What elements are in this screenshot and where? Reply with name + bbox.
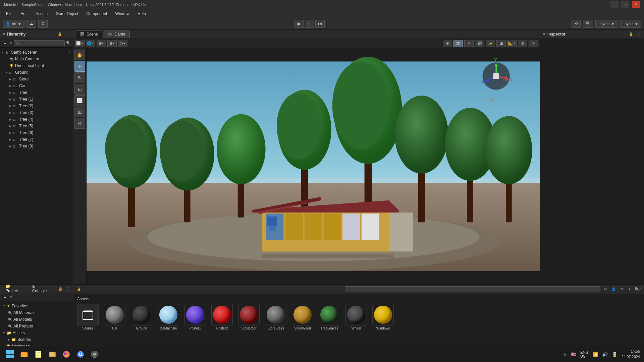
assets-lock-button[interactable]: 🔒 [76, 286, 82, 292]
project-assets-header[interactable]: ▼ 📁 Assets [0, 329, 73, 336]
menu-help[interactable]: Help [134, 11, 149, 17]
hierarchy-item-tree4[interactable]: ▶ □ Tree (4) [0, 116, 73, 123]
project-favorites-header[interactable]: ▼ ★ Favorites [0, 303, 73, 309]
asset-wheel[interactable]: Wheel [344, 304, 368, 330]
asset-car[interactable]: Car [103, 304, 127, 330]
undo-history-button[interactable]: ⟲ [572, 20, 581, 28]
vp-tool-transform[interactable]: ⊞ [74, 107, 85, 117]
asset-poster2[interactable]: Poster2 [210, 304, 234, 330]
vp-tool-custom[interactable]: ⊙ [74, 118, 85, 129]
scene-fx-dropdown[interactable]: ⊞▼ [97, 40, 106, 47]
asset-windows[interactable]: Windows [371, 304, 395, 330]
menu-window[interactable]: Window [112, 11, 133, 17]
taskbar-settings-button[interactable] [89, 348, 101, 360]
taskbar-start-button[interactable] [4, 348, 16, 360]
scene-fx2-button[interactable]: ✨ [486, 40, 495, 47]
taskbar-notepad-button[interactable] [32, 348, 44, 360]
account-button[interactable]: 👤 AK ▼ [3, 20, 24, 28]
vp-tool-scale[interactable]: ⊡ [74, 84, 85, 95]
inspector-lock-button[interactable]: 🔒 [628, 31, 634, 37]
hierarchy-search-submit[interactable]: 🔍 [66, 41, 71, 45]
samplescene-more[interactable]: ⋮ [68, 51, 71, 54]
asset-ground[interactable]: Ground [129, 304, 154, 330]
assets-more-button[interactable]: ⋮ [84, 286, 90, 292]
vp-tool-move[interactable]: ✛ [74, 61, 85, 72]
hierarchy-item-tree3[interactable]: ▶ □ Tree (3) [0, 109, 73, 116]
assets-star-button[interactable]: ★ [627, 286, 633, 292]
project-add-button[interactable]: + [2, 294, 8, 300]
scene-render-scale-dropdown[interactable]: 📐▼ [507, 40, 517, 47]
hierarchy-item-tree6[interactable]: ▶ □ Tree (6) [0, 129, 73, 136]
scene-hidewire-button[interactable]: ◪ [496, 40, 506, 47]
asset-poster1[interactable]: Poster1 [183, 304, 207, 330]
hierarchy-add-button[interactable]: + [2, 40, 8, 46]
asset-icemachine[interactable]: IceMachine [156, 304, 180, 330]
collab-button[interactable]: ⚙ [38, 20, 48, 28]
close-button[interactable]: ✕ [632, 1, 640, 8]
inspector-more-button[interactable]: ⋮ [635, 31, 641, 37]
maximize-button[interactable]: □ [621, 1, 629, 8]
scene-viewport-inner[interactable]: Y X Z ≡ Iso [87, 48, 540, 284]
menu-file[interactable]: File [3, 11, 16, 17]
minimize-button[interactable]: ─ [610, 1, 619, 8]
scene-audio-button[interactable]: 🔊 [475, 40, 484, 47]
hierarchy-item-car[interactable]: ▶ □ Car [0, 82, 73, 89]
hierarchy-dropdown-arrow[interactable]: ▼ [9, 41, 12, 45]
menu-edit[interactable]: Edit [17, 11, 31, 17]
assets-search-input[interactable] [345, 286, 600, 292]
hierarchy-item-tree8[interactable]: ▶ □ Tree (8) [0, 143, 73, 149]
search-button[interactable]: 🔍 [583, 20, 593, 28]
taskbar-clock[interactable]: 14:55 24.07.2024 [622, 349, 640, 359]
menu-assets[interactable]: Assets [32, 11, 51, 17]
hierarchy-item-maincamera[interactable]: 📷 Main Camera [0, 56, 73, 62]
pause-button[interactable]: ⏸ [305, 20, 314, 28]
step-button[interactable]: ⏭ [315, 20, 325, 28]
project-scenes-folder[interactable]: ▶ 📁 Scenes [0, 336, 73, 343]
vp-tool-rotate[interactable]: ↻ [74, 72, 85, 83]
asset-storewood[interactable]: StoreWood [290, 304, 315, 330]
taskbar-explorer-button[interactable] [18, 348, 30, 360]
taskbar-paint-button[interactable] [60, 348, 72, 360]
hierarchy-item-store[interactable]: ▶ □ Store [0, 76, 73, 82]
assets-tag-button[interactable]: 🏷 [619, 286, 625, 292]
layout-dropdown[interactable]: Layout ▼ [620, 20, 641, 28]
hierarchy-item-samplescene[interactable]: ▼ ⊕ SampleScene* ⋮ [0, 49, 73, 56]
hierarchy-item-tree7[interactable]: ▶ □ Tree (7) [0, 136, 73, 143]
tab-console[interactable]: ⊞ Console [29, 283, 55, 295]
scene-gizmos-button[interactable]: ⊛ [518, 40, 527, 47]
project-all-prefabs[interactable]: 🔍 All Prefabs [0, 323, 73, 329]
vp-tool-hand[interactable]: ✋ [74, 50, 85, 60]
cloud-button[interactable]: ☁ [26, 20, 36, 28]
taskbar-chrome-button[interactable] [74, 348, 87, 360]
project-all-models[interactable]: 🔍 All Models [0, 316, 73, 323]
taskbar-files-button[interactable] [46, 348, 58, 360]
tab-project[interactable]: 📁 Project [2, 283, 28, 295]
asset-scenes[interactable]: Scenes [76, 304, 100, 330]
menu-component[interactable]: Component [83, 11, 110, 17]
project-all-materials[interactable]: 🔍 All Materials [0, 309, 73, 316]
scene-draw-mode-dropdown[interactable]: ⬜▼ [75, 40, 85, 47]
scene-more-button[interactable]: ⋮ [532, 31, 538, 37]
hierarchy-item-tree2[interactable]: ▶ □ Tree (2) [0, 103, 73, 109]
hierarchy-item-dirlight[interactable]: 💡 Directional Light [0, 62, 73, 69]
hierarchy-more-button[interactable]: ⋮ [64, 31, 70, 37]
assets-user-button[interactable]: 👤 [610, 286, 616, 292]
hierarchy-lock-button[interactable]: 🔒 [57, 31, 63, 37]
hierarchy-item-tree[interactable]: ▶ □ Tree [0, 89, 73, 96]
menu-gameobject[interactable]: GameObject [52, 11, 82, 17]
vp-tool-rect[interactable]: ⬜ [74, 95, 85, 106]
tab-game[interactable]: 🎮 Game [103, 31, 130, 38]
hierarchy-search-input[interactable] [14, 40, 65, 46]
hierarchy-item-tree1[interactable]: ▶ □ Tree (1) [0, 96, 73, 103]
taskbar-chevron-icon[interactable]: ∧ [563, 352, 567, 357]
scene-light-button[interactable]: ☀ [464, 40, 474, 47]
scene-2d-button[interactable]: 2D [453, 40, 463, 47]
scene-gizmo-dropdown[interactable]: ◎▼ [118, 40, 127, 47]
scene-gizmos-dropdown[interactable]: ▼ [529, 40, 538, 47]
play-button[interactable]: ▶ [294, 20, 304, 28]
asset-storeroof[interactable]: StoreRoof [237, 304, 261, 330]
project-lock-button[interactable]: 🔒 [57, 286, 63, 292]
scene-camera-button[interactable]: ⊙ [443, 40, 452, 47]
tab-scene[interactable]: 🎬 Scene [75, 31, 102, 38]
asset-treeleaves[interactable]: TreeLeaves [317, 304, 341, 330]
